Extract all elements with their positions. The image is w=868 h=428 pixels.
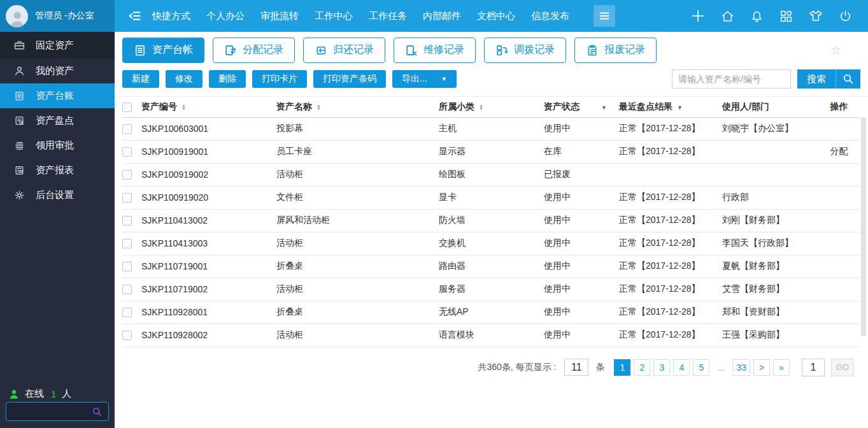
nav-menu: 快捷方式个人办公审批流转工作中心工作任务内部邮件文档中心信息发布: [152, 10, 569, 22]
row-checkbox[interactable]: [122, 216, 132, 225]
nav-item-2[interactable]: 审批流转: [260, 10, 299, 22]
user-area[interactable]: 管理员 -办公室: [0, 0, 115, 32]
go-button[interactable]: GO: [831, 359, 854, 376]
filter-caret-icon[interactable]: ▼: [601, 104, 607, 111]
table-scrollbar[interactable]: [861, 117, 866, 336]
export-button[interactable]: 导出... ▼: [392, 70, 457, 88]
next-page-button[interactable]: >: [753, 359, 770, 376]
row-checkbox[interactable]: [122, 308, 132, 317]
print-barcode-button[interactable]: 打印资产条码: [313, 70, 386, 88]
last-page-button[interactable]: »: [773, 359, 790, 376]
sidebar-item-fixed-assets[interactable]: 固定资产: [0, 32, 115, 59]
page-button-1[interactable]: 1: [614, 359, 630, 376]
sort-icon[interactable]: ▲▼: [181, 104, 186, 110]
table-row[interactable]: SJKP110719001折叠桌路由器使用中正常【2017-12-28】夏帆【财…: [122, 255, 860, 278]
page-button-5[interactable]: 5: [693, 359, 709, 376]
cell-user-dept: 郑和【资财部】: [722, 301, 818, 324]
cell-asset-code: SJKP100919002: [141, 163, 276, 186]
row-checkbox[interactable]: [122, 239, 132, 248]
table-row[interactable]: SJKP100919020文件柜显卡使用中正常【2017-12-28】行政部: [122, 186, 860, 209]
sidebar-item-asset-ledger[interactable]: 资产台账: [0, 83, 115, 108]
print-card-button[interactable]: 打印卡片: [252, 70, 307, 88]
tab-return-records[interactable]: 归还记录: [303, 38, 385, 63]
tab-assign-records[interactable]: 分配记录: [213, 38, 295, 63]
cell-check-result: 正常【2017-12-28】: [619, 255, 722, 278]
nav-item-4[interactable]: 工作任务: [369, 10, 407, 22]
row-checkbox[interactable]: [122, 170, 132, 180]
apps-grid-icon[interactable]: [779, 9, 793, 24]
row-checkbox[interactable]: [122, 331, 132, 340]
hamburger-menu-icon[interactable]: [594, 5, 615, 27]
table-row[interactable]: SJKP110928001折叠桌无线AP使用中正常【2017-12-28】郑和【…: [122, 301, 860, 324]
page-button-4[interactable]: 4: [673, 359, 690, 376]
nav-item-5[interactable]: 内部邮件: [423, 10, 461, 22]
page-button-33[interactable]: 33: [732, 359, 750, 376]
search-button[interactable]: 搜索: [797, 69, 860, 89]
tab-scrap-records[interactable]: 报废记录: [574, 38, 657, 63]
table-row[interactable]: SJKP100919001员工卡座显示器在库正常【2017-12-28】分配: [122, 140, 860, 163]
modify-button[interactable]: 修改: [166, 70, 203, 88]
cell-check-result: 正常【2017-12-28】: [619, 301, 722, 324]
sidebar-search-input[interactable]: [12, 407, 92, 417]
assign-icon: [224, 44, 237, 57]
table-row[interactable]: SJKP110413002屏风和活动柜防火墙使用中正常【2017-12-28】刘…: [122, 209, 860, 232]
table-row[interactable]: SJKP110413003活动柜交换机使用中正常【2017-12-28】李国天【…: [122, 232, 860, 255]
bell-icon[interactable]: [750, 9, 764, 24]
table-row[interactable]: SJKP100603001投影幕主机使用中正常【2017-12-28】刘晓宇【办…: [122, 117, 860, 140]
cell-user-dept: [722, 140, 818, 163]
select-all-checkbox[interactable]: [122, 103, 132, 112]
power-icon[interactable]: [838, 9, 853, 24]
sidebar-item-label: 后台设置: [36, 189, 74, 201]
favorite-star-icon[interactable]: ☆: [830, 43, 860, 57]
nav-item-6[interactable]: 文档中心: [477, 10, 515, 22]
nav-item-0[interactable]: 快捷方式: [152, 10, 190, 22]
sidebar-item-label: 资产报表: [36, 164, 74, 176]
menu-fold-icon[interactable]: [127, 8, 143, 24]
table-row[interactable]: SJKP110719002活动柜服务器使用中正常【2017-12-28】艾雪【财…: [122, 278, 860, 301]
cell-asset-name: 活动柜: [276, 278, 439, 301]
nav-item-1[interactable]: 个人办公: [206, 10, 245, 22]
delete-button[interactable]: 删除: [209, 70, 246, 88]
sort-icon[interactable]: ▲▼: [479, 104, 483, 110]
add-icon[interactable]: [690, 8, 706, 24]
table-row[interactable]: SJKP110928002活动柜语言模块使用中正常【2017-12-28】王强【…: [122, 324, 860, 346]
theme-shirt-icon[interactable]: [808, 8, 823, 24]
tab-asset-ledger[interactable]: 资产台帐: [122, 38, 204, 63]
row-checkbox[interactable]: [122, 193, 132, 203]
tab-transfer-records[interactable]: 调拨记录: [484, 38, 566, 63]
goto-page-input[interactable]: [802, 359, 825, 376]
per-page-input[interactable]: [564, 359, 588, 376]
home-icon[interactable]: [720, 9, 735, 24]
cell-asset-code: SJKP110413002: [141, 209, 276, 232]
nav-item-7[interactable]: 信息发布: [531, 10, 569, 22]
cell-asset-code: SJKP110719001: [141, 255, 276, 278]
cell-user-dept: 艾雪【财务部】: [722, 278, 818, 301]
sidebar-item-asset-inventory[interactable]: 资产盘点: [0, 108, 115, 133]
cell-asset-name: 投影幕: [276, 117, 439, 140]
sidebar-item-admin-settings[interactable]: 后台设置: [0, 183, 115, 208]
row-checkbox[interactable]: [122, 262, 132, 271]
cell-category: 显卡: [439, 186, 544, 209]
row-checkbox[interactable]: [122, 147, 132, 157]
search-input[interactable]: [672, 69, 791, 89]
table-row[interactable]: SJKP100919002活动柜绘图板已报废: [122, 163, 860, 186]
row-checkbox[interactable]: [122, 124, 132, 134]
filter-caret-icon[interactable]: ▼: [677, 104, 683, 111]
cell-asset-code: SJKP100603001: [141, 117, 276, 140]
sidebar-item-my-assets[interactable]: 我的资产: [0, 59, 115, 83]
sort-icon[interactable]: ▲▼: [317, 104, 321, 110]
nav-item-3[interactable]: 工作中心: [315, 10, 353, 22]
cell-category: 语言模块: [439, 324, 544, 346]
topbar: 管理员 -办公室 快捷方式个人办公审批流转工作中心工作任务内部邮件文档中心信息发…: [0, 0, 868, 32]
page-button-2[interactable]: 2: [634, 359, 650, 376]
row-checkbox[interactable]: [122, 285, 132, 294]
tab-repair-records[interactable]: 维修记录: [394, 38, 476, 63]
sidebar-item-requisition-approval[interactable]: 领用审批: [0, 133, 115, 158]
page-button-3[interactable]: 3: [653, 359, 670, 376]
column-header-0: 资产编号▲▼: [141, 97, 276, 117]
cell-action[interactable]: 分配: [818, 140, 860, 163]
cell-user-dept: 刘晓宇【办公室】: [722, 117, 818, 140]
sidebar-item-asset-reports[interactable]: 资产报表: [0, 158, 115, 183]
create-button[interactable]: 新建: [122, 70, 159, 88]
sidebar-search-icon[interactable]: [92, 406, 103, 417]
